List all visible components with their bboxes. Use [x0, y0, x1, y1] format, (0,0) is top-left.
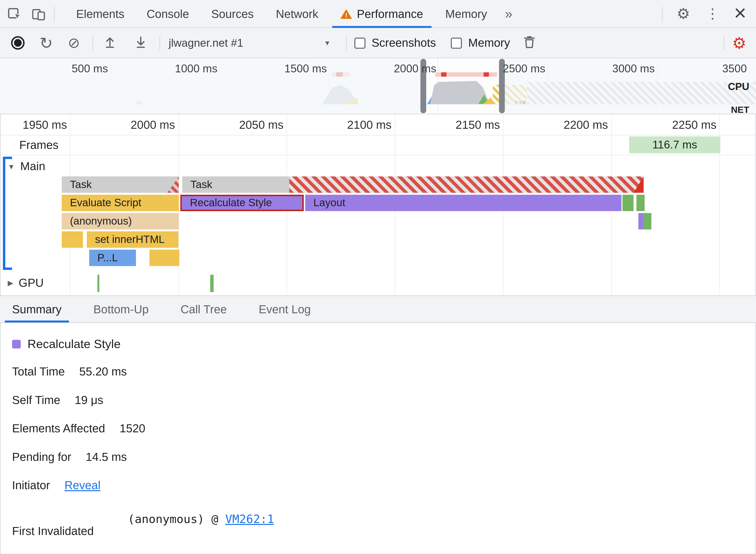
flame-bar-p-l[interactable]: P...L: [89, 250, 136, 266]
divider: [93, 36, 93, 50]
summary-row: Elements Affected1520: [12, 421, 145, 436]
flame-bar-set-innerhtml[interactable]: set innerHTML: [87, 231, 178, 248]
overview-ruler-label: 500 ms: [72, 62, 108, 75]
first-invalidated-value: (anonymous) @ VM262:1: [128, 512, 274, 526]
detail-ruler-label: 2000 ms: [130, 118, 175, 132]
analysis-tab-strip: SummaryBottom-UpCall TreeEvent Log: [0, 295, 756, 323]
detail-ruler-label: 2150 ms: [456, 118, 500, 132]
divider: [160, 36, 160, 50]
load-profile-icon[interactable]: [103, 35, 117, 51]
summary-row: Pending for14.5 ms: [12, 450, 127, 464]
first-invalidated-source-link[interactable]: VM262:1: [225, 512, 274, 526]
screenshots-checkbox[interactable]: [354, 37, 365, 48]
expand-arrow-icon: ▼: [8, 162, 15, 170]
tab-event-log[interactable]: Event Log: [248, 296, 322, 323]
tab-summary[interactable]: Summary: [1, 296, 72, 323]
more-tabs-button[interactable]: »: [498, 0, 519, 27]
overview-ruler-label: 3000 ms: [612, 62, 655, 75]
detail-ruler-label: 2050 ms: [239, 118, 283, 132]
net-lane-label: NET: [731, 105, 749, 114]
overflow-menu-icon[interactable]: ⋮: [706, 7, 719, 20]
screenshots-checkbox-label[interactable]: Screenshots: [372, 36, 436, 50]
summary-row: Total Time55.20 ms: [12, 365, 127, 379]
detail-ruler-label: 1950 ms: [22, 118, 67, 132]
close-icon[interactable]: ×: [734, 2, 746, 23]
timeline-overview[interactable]: 500 ms1000 ms1500 ms2000 ms2500 ms3000 m…: [0, 58, 756, 114]
divider: [662, 6, 662, 21]
settings-gear-icon[interactable]: ⚙: [677, 6, 690, 21]
flame-bar-evaluate-script[interactable]: Evaluate Script: [62, 195, 179, 211]
gpu-track-header[interactable]: ▶ GPU: [8, 276, 44, 290]
performance-toolbar: ↻ ⊘ jlwagner.net #1 ▼ Screenshots Memory…: [0, 28, 756, 58]
divider: [346, 36, 346, 50]
flame-bar-task[interactable]: Task: [62, 176, 179, 193]
flame-bar--anonymous-[interactable]: (anonymous): [62, 213, 179, 229]
profile-select-value: jlwagner.net #1: [169, 36, 243, 49]
memory-checkbox[interactable]: [451, 37, 462, 48]
gpu-activity-tick: [97, 275, 99, 292]
flame-bar-recalculate-style[interactable]: Recalculate Style: [180, 195, 304, 211]
flame-bar-task[interactable]: Task: [182, 176, 644, 193]
divider: [724, 36, 724, 50]
reload-and-record-icon[interactable]: ↻: [40, 35, 53, 51]
frames-track-label: Frames: [19, 138, 58, 152]
devtools-toolbar: ElementsConsoleSourcesNetwork!Performanc…: [0, 0, 756, 28]
tab-performance[interactable]: !Performance: [329, 0, 434, 27]
tab-elements[interactable]: Elements: [65, 0, 136, 27]
track-selection-tick: [3, 157, 12, 159]
profile-select[interactable]: jlwagner.net #1 ▼: [169, 36, 338, 49]
flame-bar[interactable]: [643, 213, 651, 229]
save-profile-icon[interactable]: [133, 35, 148, 51]
detail-ruler-label: 2200 ms: [564, 118, 608, 132]
initiator-reveal-link[interactable]: Reveal: [64, 479, 101, 492]
overview-ruler-label: 1500 ms: [284, 62, 327, 75]
flame-bar[interactable]: [62, 231, 83, 248]
main-track-label: Main: [20, 160, 45, 173]
summary-row: InitiatorReveal: [12, 478, 101, 493]
memory-checkbox-label[interactable]: Memory: [468, 36, 510, 50]
long-task-stripes: [289, 176, 644, 193]
warning-icon: !: [340, 8, 352, 19]
chevron-down-icon: ▼: [324, 39, 331, 47]
summary-row: Self Time19 μs: [12, 393, 103, 407]
first-invalidated-function: (anonymous) @: [128, 512, 225, 526]
gpu-activity-tick: [210, 275, 214, 292]
long-task-mark: [484, 72, 489, 77]
trash-icon[interactable]: [523, 35, 536, 51]
inspect-element-icon[interactable]: [7, 6, 22, 21]
long-task-mark: [441, 72, 446, 77]
first-invalidated-label: First Invalidated: [12, 524, 94, 538]
chevron-double-right-icon: »: [505, 7, 512, 20]
device-toolbar-icon[interactable]: [31, 6, 46, 21]
tab-call-tree[interactable]: Call Tree: [169, 296, 238, 323]
tab-console[interactable]: Console: [136, 0, 200, 27]
main-track-header[interactable]: ▼ Main: [8, 160, 45, 173]
long-task-cap: [167, 176, 179, 193]
tab-sources[interactable]: Sources: [200, 0, 265, 27]
tab-memory[interactable]: Memory: [434, 0, 498, 27]
tab-network[interactable]: Network: [265, 0, 329, 27]
track-selection-bracket: [3, 157, 5, 270]
tab-bottom-up[interactable]: Bottom-Up: [82, 296, 160, 323]
collapse-arrow-icon: ▶: [8, 279, 13, 287]
flame-bar[interactable]: [637, 195, 645, 211]
flame-bar[interactable]: [149, 250, 179, 266]
record-button[interactable]: [11, 36, 24, 50]
clear-recording-icon[interactable]: ⊘: [68, 36, 80, 50]
overview-ruler-label: 3500: [722, 62, 747, 75]
devtools-tab-strip: ElementsConsoleSourcesNetwork!Performanc…: [65, 0, 498, 27]
frame-duration-badge[interactable]: 116.7 ms: [629, 136, 720, 153]
overview-ruler-label: 2000 ms: [394, 62, 436, 75]
capture-settings-gear-icon[interactable]: ⚙: [732, 35, 746, 51]
divider: [54, 6, 54, 21]
overview-ruler-label: 2500 ms: [503, 62, 545, 75]
detail-ruler-label: 2100 ms: [347, 118, 391, 132]
flame-bar-layout[interactable]: Layout: [305, 195, 622, 211]
flame-bar[interactable]: [623, 195, 634, 211]
track-selection-tick: [3, 268, 12, 270]
cpu-lane-label: CPU: [728, 81, 749, 93]
summary-legend-label: Recalculate Style: [28, 337, 121, 351]
detail-ruler-label: 2250 ms: [672, 118, 717, 132]
devtools-window: ElementsConsoleSourcesNetwork!Performanc…: [0, 0, 756, 554]
gpu-track-label: GPU: [18, 276, 44, 290]
